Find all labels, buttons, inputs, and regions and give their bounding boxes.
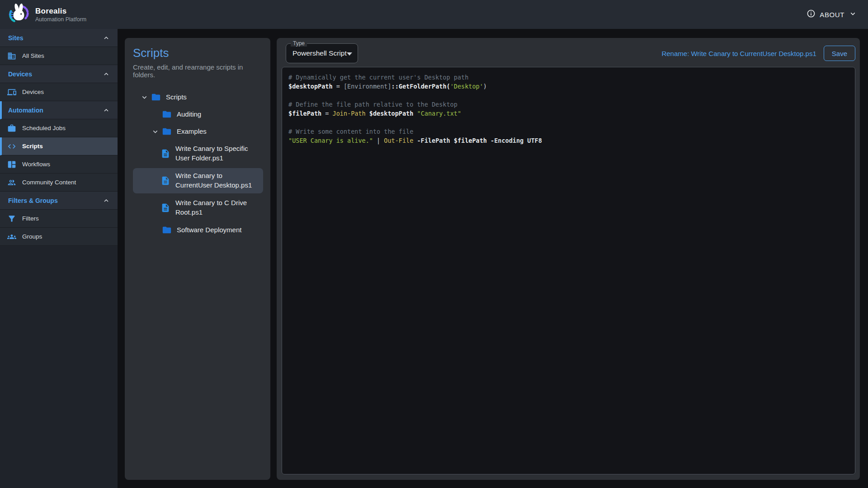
code-line: # Write some content into the file [288, 127, 849, 136]
sidebar-item-workflows[interactable]: Workflows [0, 155, 118, 174]
tree-file-write-canary-to-currentuser-desktop-ps1[interactable]: Write Canary to CurrentUser Desktop.ps1 [133, 168, 263, 193]
code-icon [7, 142, 16, 151]
filter-icon [7, 214, 16, 223]
chevron-up-icon [102, 106, 110, 114]
tree-folder-software-deployment[interactable]: Software Deployment [133, 222, 263, 238]
sidebar-item-label: Groups [22, 233, 42, 240]
script-editor-panel: Type Powershell Script Rename: Write Can… [277, 38, 860, 480]
rename-link[interactable]: Rename: Write Canary to CurrentUser Desk… [661, 50, 816, 57]
tree-folder-label: Scripts [166, 93, 187, 102]
sidebar-section-devices[interactable]: Devices [0, 65, 118, 83]
briefcase-icon [7, 124, 16, 133]
folder-icon [162, 109, 173, 119]
chevron-up-icon [102, 34, 110, 42]
sidebar-item-label: Scheduled Jobs [22, 125, 66, 131]
chevron-up-icon [102, 70, 110, 78]
scripts-tree: ScriptsAuditingExamplesWrite Canary to S… [133, 89, 263, 238]
devices-icon [7, 88, 16, 97]
code-line: "USER Canary is alive." | Out-File -File… [288, 136, 849, 145]
code-editor[interactable]: # Dynamically get the current user's Des… [282, 67, 855, 474]
workflow-icon [7, 160, 16, 169]
sidebar-section-automation[interactable]: Automation [0, 101, 118, 119]
sidebar-item-label: All Sites [22, 52, 44, 59]
sidebar-item-filters[interactable]: Filters [0, 210, 118, 228]
code-line [288, 118, 849, 127]
file-icon [160, 203, 171, 213]
scripts-panel: Scripts Create, edit, and rearrange scri… [125, 38, 270, 480]
sidebar-item-label: Workflows [22, 161, 50, 168]
sidebar-section-filters-groups[interactable]: Filters & Groups [0, 192, 118, 210]
building-icon [7, 52, 16, 61]
about-menu[interactable]: ABOUT [807, 9, 857, 20]
type-select-value: Powershell Script [292, 49, 347, 57]
tree-file-write-canary-to-specific-user-folder-ps1[interactable]: Write Canary to Specific User Folder.ps1 [133, 141, 263, 166]
code-line: $desktopPath = [Environment]::GetFolderP… [288, 82, 849, 91]
borealis-logo-icon [7, 2, 30, 27]
app-header: Borealis Automation Platform ABOUT [0, 0, 868, 29]
scripts-panel-subtitle: Create, edit, and rearrange scripts in f… [133, 63, 263, 79]
sidebar: SitesAll SitesDevicesDevicesAutomationSc… [0, 29, 118, 488]
select-arrow-icon [347, 52, 352, 56]
tree-file-label: Write Canary to CurrentUser Desktop.ps1 [175, 171, 255, 190]
sidebar-item-all-sites[interactable]: All Sites [0, 47, 118, 65]
chevron-down-icon[interactable] [140, 93, 151, 102]
tree-folder-auditing[interactable]: Auditing [133, 107, 263, 122]
code-line: # Define the file path relative to the D… [288, 100, 849, 109]
code-line: # Dynamically get the current user's Des… [288, 73, 849, 82]
sidebar-item-groups[interactable]: Groups [0, 228, 118, 246]
tree-folder-label: Software Deployment [177, 225, 241, 235]
sidebar-item-scheduled-jobs[interactable]: Scheduled Jobs [0, 119, 118, 137]
sidebar-item-devices[interactable]: Devices [0, 83, 118, 101]
sidebar-section-label: Filters & Groups [8, 197, 58, 204]
folder-icon [162, 225, 173, 235]
sidebar-item-community-content[interactable]: Community Content [0, 174, 118, 192]
app-title: Borealis [35, 7, 86, 16]
file-icon [160, 176, 171, 186]
chevron-down-icon[interactable] [151, 127, 162, 136]
tree-file-write-canary-to-c-drive-root-ps1[interactable]: Write Canary to C Drive Root.ps1 [133, 195, 263, 221]
info-icon [807, 9, 816, 20]
sidebar-item-label: Filters [22, 215, 39, 222]
sidebar-item-label: Devices [22, 89, 44, 95]
editor-header: Type Powershell Script Rename: Write Can… [277, 38, 860, 67]
tree-file-label: Write Canary to Specific User Folder.ps1 [175, 144, 255, 163]
sidebar-section-label: Automation [8, 107, 43, 114]
code-line: $filePath = Join-Path $desktopPath "Cana… [288, 109, 849, 118]
tree-folder-scripts[interactable]: Scripts [133, 89, 263, 105]
type-select-label: Type [291, 40, 307, 47]
tree-file-label: Write Canary to C Drive Root.ps1 [175, 198, 255, 217]
sidebar-section-sites[interactable]: Sites [0, 29, 118, 47]
app-subtitle: Automation Platform [35, 16, 86, 23]
people-icon [7, 178, 16, 187]
sidebar-item-label: Scripts [22, 143, 43, 150]
brand: Borealis Automation Platform [7, 2, 86, 27]
scripts-panel-title: Scripts [133, 46, 263, 60]
sidebar-section-label: Devices [8, 70, 32, 78]
sidebar-item-label: Community Content [22, 179, 76, 186]
file-icon [160, 149, 171, 159]
code-line [288, 91, 849, 100]
folder-icon [162, 127, 173, 136]
sidebar-section-label: Sites [8, 34, 23, 42]
groups-icon [7, 232, 16, 241]
tree-folder-label: Auditing [177, 110, 201, 119]
sidebar-item-scripts[interactable]: Scripts [0, 137, 118, 155]
type-select[interactable]: Type Powershell Script [286, 43, 358, 63]
chevron-spacer [151, 225, 162, 235]
folder-icon [151, 92, 162, 102]
chevron-up-icon [102, 197, 110, 205]
chevron-down-icon [849, 9, 857, 20]
save-button[interactable]: Save [824, 46, 855, 61]
chevron-spacer [151, 110, 162, 119]
about-label: ABOUT [820, 11, 844, 19]
tree-folder-examples[interactable]: Examples [133, 124, 263, 139]
tree-folder-label: Examples [177, 127, 207, 136]
